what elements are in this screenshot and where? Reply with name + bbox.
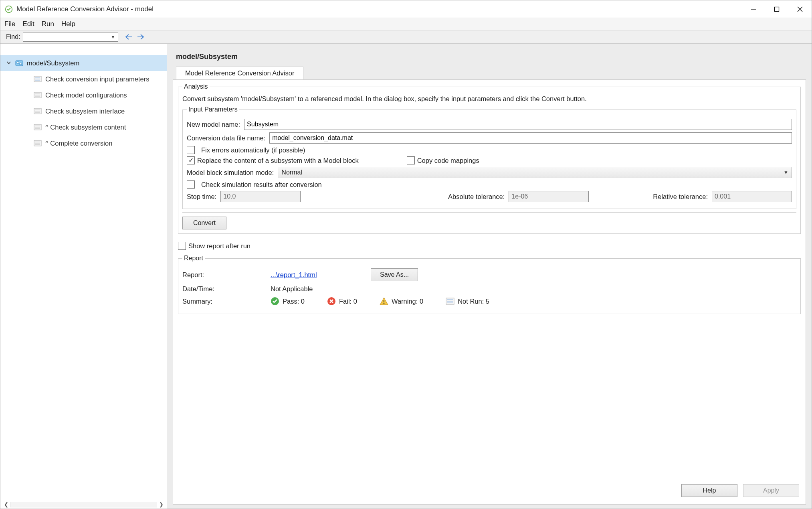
find-input[interactable] bbox=[23, 32, 118, 42]
app-icon bbox=[4, 5, 13, 14]
svg-point-31 bbox=[384, 303, 385, 304]
pass-text: Pass: 0 bbox=[283, 298, 305, 305]
svg-rect-6 bbox=[17, 62, 19, 63]
sidebar: model/Subsystem Check conversion input p… bbox=[0, 44, 167, 509]
menu-edit[interactable]: Edit bbox=[22, 20, 34, 28]
analysis-fieldset: Analysis Convert subsystem 'model/Subsys… bbox=[178, 83, 801, 234]
fail-icon bbox=[327, 297, 336, 306]
tree-item[interactable]: Check conversion input parameters bbox=[0, 71, 167, 87]
model-icon bbox=[15, 59, 24, 67]
abs-tol-label: Absolute tolerance: bbox=[448, 193, 505, 201]
tree: model/Subsystem Check conversion input p… bbox=[0, 44, 167, 500]
find-label: Find: bbox=[6, 33, 20, 41]
tree-root[interactable]: model/Subsystem bbox=[0, 55, 167, 71]
app-window: Model Reference Conversion Advisor - mod… bbox=[0, 0, 812, 509]
scroll-right-icon[interactable]: ❯ bbox=[157, 501, 165, 507]
content-panel: model/Subsystem Model Reference Conversi… bbox=[167, 44, 812, 509]
report-fieldset: Report Report: ...\report_1.html Save As… bbox=[178, 255, 801, 314]
warning-icon bbox=[380, 297, 388, 306]
scroll-track[interactable] bbox=[10, 502, 157, 507]
find-combobox[interactable]: ▼ bbox=[23, 32, 115, 42]
check-item-icon bbox=[33, 91, 42, 99]
datetime-label: Date/Time: bbox=[182, 285, 271, 293]
titlebar: Model Reference Conversion Advisor - mod… bbox=[0, 0, 812, 18]
input-params-fieldset: Input Parameters New model name: Convers… bbox=[182, 106, 796, 209]
report-legend: Report bbox=[182, 255, 205, 262]
show-report-label: Show report after run bbox=[188, 242, 250, 250]
tree-item[interactable]: Check subsystem interface bbox=[0, 103, 167, 119]
menu-help[interactable]: Help bbox=[61, 20, 75, 28]
window-controls bbox=[742, 0, 812, 18]
footer-buttons: Help Apply bbox=[178, 480, 801, 499]
content-heading: model/Subsystem bbox=[176, 53, 806, 61]
tree-item-label: Check model configurations bbox=[45, 91, 127, 99]
chevron-down-icon[interactable] bbox=[6, 61, 12, 65]
report-label: Report: bbox=[182, 271, 271, 279]
rel-tol-input bbox=[712, 191, 792, 202]
notrun-icon bbox=[446, 297, 454, 306]
fix-errors-label: Fix errors automatically (if possible) bbox=[201, 146, 305, 154]
fix-errors-checkbox[interactable] bbox=[187, 146, 195, 154]
save-as-button[interactable]: Save As... bbox=[371, 268, 418, 281]
summary-label: Summary: bbox=[182, 298, 271, 305]
sim-mode-value: Normal bbox=[281, 169, 302, 176]
close-button[interactable] bbox=[788, 0, 812, 18]
tree-item-label: Check conversion input parameters bbox=[45, 75, 149, 83]
abs-tol-input bbox=[509, 191, 589, 202]
check-item-icon bbox=[33, 75, 42, 83]
check-item-icon bbox=[33, 107, 42, 116]
menubar: File Edit Run Help bbox=[0, 18, 812, 30]
show-report-checkbox[interactable] bbox=[178, 242, 186, 250]
show-report-row: Show report after run bbox=[178, 242, 801, 250]
tree-item[interactable]: Check model configurations bbox=[0, 87, 167, 103]
tab-advisor[interactable]: Model Reference Conversion Advisor bbox=[176, 67, 303, 79]
window-title: Model Reference Conversion Advisor - mod… bbox=[16, 5, 154, 13]
conv-file-label: Conversion data file name: bbox=[187, 134, 265, 142]
menu-run[interactable]: Run bbox=[42, 20, 54, 28]
convert-bar: Convert bbox=[182, 212, 796, 229]
fail-text: Fail: 0 bbox=[339, 298, 357, 305]
analysis-legend: Analysis bbox=[182, 83, 210, 90]
tab-pane: Analysis Convert subsystem 'model/Subsys… bbox=[173, 79, 806, 505]
report-link[interactable]: ...\report_1.html bbox=[271, 271, 317, 278]
tree-horizontal-scrollbar[interactable]: ❮ ❯ bbox=[0, 500, 167, 509]
tree-item-label: ^ Check subsystem content bbox=[45, 124, 126, 131]
tabstrip: Model Reference Conversion Advisor bbox=[176, 67, 806, 79]
find-dropdown-caret[interactable]: ▼ bbox=[111, 34, 115, 39]
chevron-down-icon: ▼ bbox=[784, 170, 788, 175]
sim-mode-label: Model block simulation mode: bbox=[187, 169, 274, 176]
copy-mappings-label: Copy code mappings bbox=[417, 157, 479, 164]
copy-mappings-checkbox[interactable] bbox=[407, 156, 415, 164]
minimize-button[interactable] bbox=[742, 0, 765, 18]
new-model-input[interactable] bbox=[244, 119, 792, 130]
stop-time-input bbox=[220, 191, 301, 202]
input-params-legend: Input Parameters bbox=[187, 106, 239, 113]
maximize-button[interactable] bbox=[765, 0, 788, 18]
tree-item[interactable]: ^ Complete conversion bbox=[0, 135, 167, 151]
check-item-icon bbox=[33, 123, 42, 132]
svg-rect-7 bbox=[20, 63, 22, 65]
sim-mode-select[interactable]: Normal ▼ bbox=[278, 167, 792, 178]
tree-item-label: Check subsystem interface bbox=[45, 107, 125, 115]
analysis-desc: Convert subsystem 'model/Subsystem' to a… bbox=[182, 95, 796, 103]
find-toolbar: Find: ▼ bbox=[0, 30, 812, 44]
convert-button[interactable]: Convert bbox=[182, 217, 226, 229]
new-model-label: New model name: bbox=[187, 121, 240, 128]
apply-button: Apply bbox=[743, 484, 799, 497]
menu-file[interactable]: File bbox=[4, 20, 15, 28]
tree-root-label: model/Subsystem bbox=[27, 59, 79, 67]
find-next-button[interactable] bbox=[136, 32, 145, 41]
replace-content-checkbox[interactable] bbox=[187, 156, 195, 164]
find-prev-button[interactable] bbox=[125, 32, 133, 41]
conv-file-input[interactable] bbox=[269, 132, 792, 144]
summary-line: Pass: 0 Fail: 0 bbox=[271, 297, 489, 306]
stop-time-label: Stop time: bbox=[187, 193, 216, 201]
scroll-left-icon[interactable]: ❮ bbox=[2, 501, 10, 507]
main-area: model/Subsystem Check conversion input p… bbox=[0, 44, 812, 509]
tree-item-label: ^ Complete conversion bbox=[45, 140, 112, 147]
tree-item[interactable]: ^ Check subsystem content bbox=[0, 119, 167, 135]
help-button[interactable]: Help bbox=[681, 484, 737, 497]
check-sim-checkbox[interactable] bbox=[187, 180, 195, 189]
rel-tol-label: Relative tolerance: bbox=[653, 193, 708, 201]
notrun-text: Not Run: 5 bbox=[458, 298, 489, 305]
